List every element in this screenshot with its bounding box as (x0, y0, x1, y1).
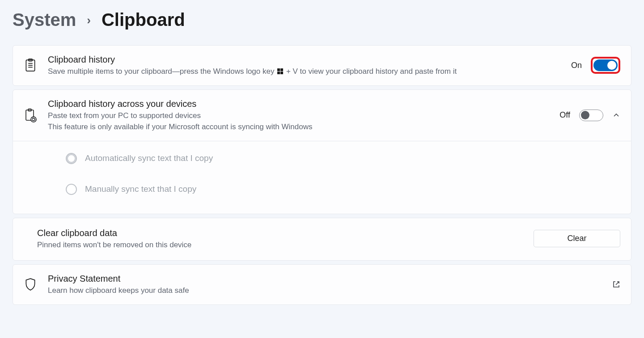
history-desc: Save multiple items to your clipboard—pr… (48, 66, 561, 77)
sync-toggle[interactable] (579, 110, 603, 121)
sync-desc2: This feature is only available if your M… (48, 121, 550, 133)
sync-option-manual-label: Manually sync text that I copy (85, 184, 196, 194)
card-privacy[interactable]: Privacy Statement Learn how clipboard ke… (13, 264, 631, 305)
privacy-title: Privacy Statement (48, 273, 602, 285)
history-state-label: On (571, 61, 582, 70)
card-sync-devices: Clipboard history across your devices Pa… (13, 89, 631, 214)
sync-header-row[interactable]: Clipboard history across your devices Pa… (13, 90, 631, 141)
clear-desc: Pinned items won't be removed on this de… (37, 239, 524, 251)
card-clear-data: Clear clipboard data Pinned items won't … (13, 218, 631, 261)
history-toggle[interactable] (593, 59, 618, 71)
sync-state-label: Off (559, 110, 570, 120)
clear-title: Clear clipboard data (37, 227, 524, 239)
sync-title: Clipboard history across your devices (48, 98, 550, 110)
clipboard-icon (23, 59, 38, 72)
sync-option-auto[interactable]: Automatically sync text that I copy (66, 153, 620, 164)
breadcrumb: System › Clipboard (13, 10, 631, 30)
shield-icon (23, 278, 38, 291)
annotation-highlight (591, 57, 620, 74)
sync-desc1: Paste text from your PC to supported dev… (48, 110, 550, 122)
svg-point-7 (31, 117, 36, 122)
radio-icon[interactable] (66, 184, 77, 195)
history-title: Clipboard history (48, 54, 561, 66)
breadcrumb-parent[interactable]: System (13, 10, 76, 30)
privacy-desc: Learn how clipboard keeps your data safe (48, 285, 602, 296)
sync-options-panel: Automatically sync text that I copy Manu… (13, 141, 631, 214)
radio-icon[interactable] (66, 153, 77, 164)
chevron-right-icon: › (87, 13, 91, 27)
chevron-up-icon[interactable] (612, 111, 620, 119)
clear-button[interactable]: Clear (534, 230, 620, 247)
page-title: Clipboard (102, 10, 185, 30)
windows-logo-icon (277, 68, 283, 74)
clipboard-sync-icon (23, 108, 38, 123)
card-clipboard-history: Clipboard history Save multiple items to… (13, 45, 631, 86)
sync-option-manual[interactable]: Manually sync text that I copy (66, 184, 620, 195)
sync-option-auto-label: Automatically sync text that I copy (85, 153, 213, 163)
external-link-icon (612, 280, 620, 288)
